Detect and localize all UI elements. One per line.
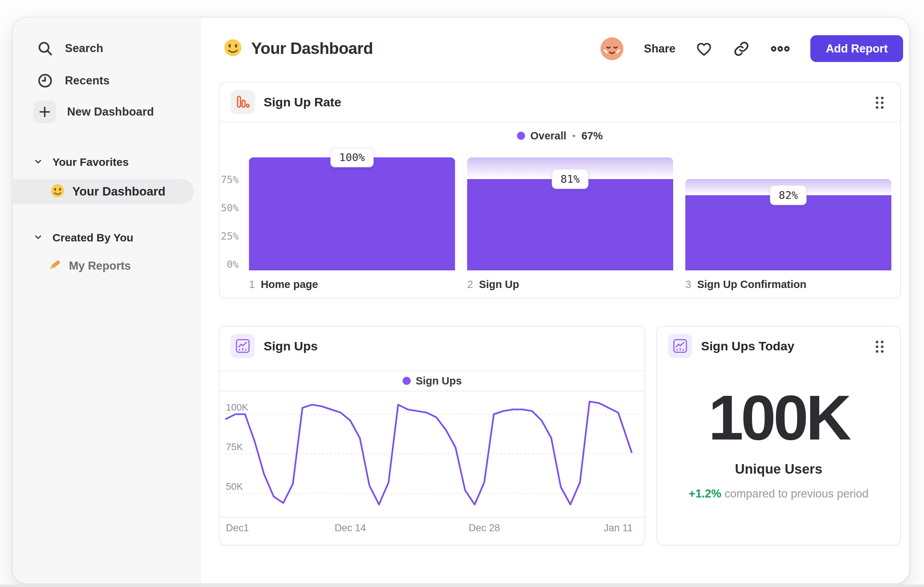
funnel-bar-fill <box>467 179 673 270</box>
plus-icon <box>33 101 56 123</box>
metric-label: Unique Users <box>657 461 900 477</box>
clock-icon <box>36 72 54 89</box>
metric-value: 100K <box>657 384 900 451</box>
avatar[interactable] <box>600 37 624 61</box>
funnel-y-tick: 75% <box>219 174 239 185</box>
card-sign-ups-today: Sign Ups Today 100K Unique Users +1.2% c… <box>656 326 901 546</box>
funnel-x-label: 2Sign Up <box>467 278 519 291</box>
funnel-chart: 75%50%25%0%100%1Home page81%2Sign Up82%3… <box>219 145 900 299</box>
funnel-step-number: 1 <box>249 278 255 291</box>
sidebar-item-your-dashboard[interactable]: Your Dashboard <box>13 179 194 204</box>
funnel-bar[interactable] <box>685 145 891 270</box>
funnel-y-tick: 0% <box>219 259 239 270</box>
line-chart: 100K75K50KDec1Dec 14Dec 28Jan 11 <box>219 327 645 545</box>
favorite-heart-icon[interactable] <box>695 40 713 58</box>
line-chart-svg <box>219 327 646 546</box>
line-x-tick: Dec 28 <box>469 523 500 533</box>
screen-edge-strip <box>0 584 924 587</box>
sidebar-section-title: Created By You <box>53 231 134 244</box>
metric-delta: +1.2% compared to previous period <box>657 487 900 500</box>
funnel-step-number: 3 <box>685 278 691 291</box>
page-title-text: Your Dashboard <box>251 39 373 58</box>
funnel-bar-fill <box>685 195 891 270</box>
drag-handle-icon[interactable] <box>872 339 887 355</box>
line-x-tick: Dec 14 <box>335 523 366 533</box>
sidebar-item-label: New Dashboard <box>67 105 154 119</box>
card-sign-ups: Sign Ups Sign Ups 100K75K50KDec1Dec 14De… <box>219 326 645 546</box>
funnel-y-tick: 25% <box>219 231 239 242</box>
screen: Search Recents New Dashboard Your Favori… <box>0 0 924 587</box>
sidebar-item-label: Recents <box>65 74 110 87</box>
delta-value: +1.2% <box>689 487 721 500</box>
legend-separator: • <box>573 130 576 142</box>
funnel-y-tick: 50% <box>219 203 239 213</box>
funnel-bar[interactable] <box>467 145 673 270</box>
copy-link-icon[interactable] <box>733 40 750 58</box>
add-report-button[interactable]: Add Report <box>810 35 903 62</box>
funnel-x-label: 3Sign Up Confirmation <box>685 278 806 291</box>
funnel-value-tooltip: 81% <box>552 169 589 189</box>
app-window: Search Recents New Dashboard Your Favori… <box>12 17 910 584</box>
smiley-emoji-icon <box>223 38 243 59</box>
chevron-down-icon <box>33 232 43 243</box>
more-options-icon[interactable] <box>770 40 790 58</box>
chevron-down-icon <box>33 157 43 168</box>
sidebar: Search Recents New Dashboard Your Favori… <box>13 18 201 583</box>
sidebar-item-search[interactable]: Search <box>36 37 103 60</box>
funnel-step-label: Sign Up Confirmation <box>697 278 806 291</box>
sidebar-item-my-reports[interactable]: My Reports <box>48 255 131 277</box>
sidebar-section-your-favorites[interactable]: Your Favorites <box>33 153 129 171</box>
funnel-step-number: 2 <box>467 278 473 291</box>
funnel-value-tooltip: 82% <box>770 185 807 205</box>
search-icon <box>36 40 54 57</box>
funnel-chart-icon <box>231 90 255 114</box>
funnel-value-tooltip: 100% <box>330 147 374 167</box>
funnel-x-label: 1Home page <box>249 278 318 291</box>
divider <box>219 121 900 122</box>
card-header: Sign Ups Today <box>657 327 900 365</box>
funnel-bar-fill <box>249 157 455 270</box>
line-series[interactable] <box>226 401 632 504</box>
card-title: Sign Ups Today <box>701 327 794 365</box>
sidebar-section-title: Your Favorites <box>53 156 129 169</box>
sidebar-item-new-dashboard[interactable]: New Dashboard <box>36 100 154 124</box>
line-x-tick: Dec1 <box>226 523 249 533</box>
sidebar-item-label: Your Dashboard <box>72 185 165 198</box>
legend-value: 67% <box>582 130 603 142</box>
share-button[interactable]: Share <box>644 42 675 55</box>
card-header: Sign Up Rate <box>219 83 900 121</box>
sidebar-item-label: My Reports <box>69 260 131 273</box>
legend-label: Overall <box>530 130 566 142</box>
line-chart-icon <box>668 334 692 358</box>
card-title: Sign Up Rate <box>264 83 342 121</box>
funnel-step-label: Sign Up <box>479 278 519 291</box>
sidebar-section-created-by-you[interactable]: Created By You <box>33 228 134 247</box>
smiley-emoji-icon <box>50 184 65 200</box>
sidebar-item-recents[interactable]: Recents <box>36 69 110 93</box>
page-title: Your Dashboard <box>223 35 373 62</box>
legend-dot-icon <box>517 132 525 140</box>
funnel-step-label: Home page <box>261 278 318 291</box>
pencil-emoji-icon <box>48 258 62 274</box>
card-sign-up-rate: Sign Up Rate Overall • 67% 75%50%25%0%10… <box>219 82 901 299</box>
sidebar-item-label: Search <box>65 42 103 55</box>
funnel-legend[interactable]: Overall • 67% <box>219 127 900 145</box>
line-x-tick: Jan 11 <box>604 523 633 533</box>
header-actions: Share Add Report <box>600 35 903 62</box>
delta-note: compared to previous period <box>724 487 869 500</box>
drag-handle-icon[interactable] <box>872 95 887 111</box>
